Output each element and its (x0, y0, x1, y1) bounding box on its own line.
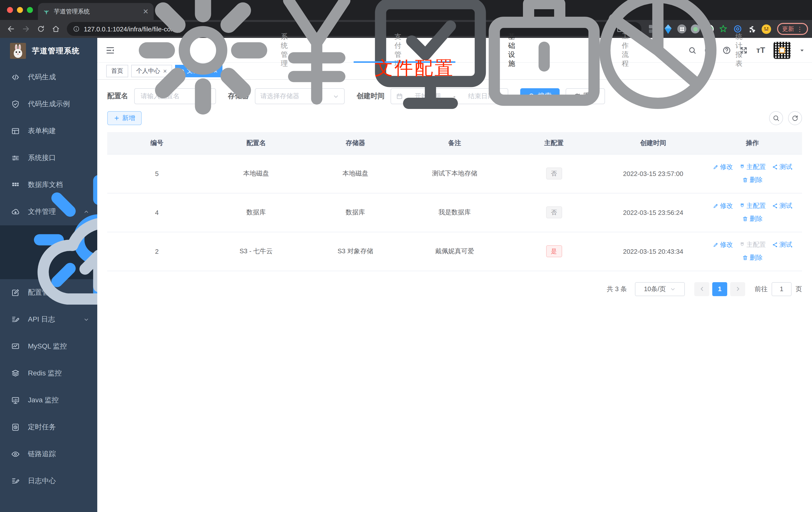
pagination: 共 3 条 10条/页 1 前往 1 页 (107, 282, 802, 296)
magnet-icon (739, 164, 745, 170)
sidebar-item-label: 定时任务 (28, 423, 56, 432)
sidebar-item-12[interactable]: 链路追踪 (0, 441, 97, 468)
cell-storage: 本地磁盘 (306, 154, 405, 193)
cell-created: 2022-03-15 20:43:34 (604, 232, 703, 271)
master-tag: 否 (546, 168, 562, 179)
sidebar-item-1[interactable]: 代码生成示例 (0, 91, 97, 118)
layers-icon (11, 369, 20, 378)
cell-created: 2022-03-15 23:57:00 (604, 154, 703, 193)
op-test-link[interactable]: 测试 (772, 202, 792, 210)
refresh-table-button[interactable] (788, 111, 802, 125)
stats-icon (583, 0, 732, 125)
sidebar-item-2[interactable]: 表单构建 (0, 118, 97, 145)
favicon-plant-icon (43, 8, 50, 15)
share-icon (772, 164, 778, 170)
browser-menu-icon[interactable]: ⋮ (796, 25, 803, 33)
column-header-0: 编号 (107, 132, 206, 154)
pencil-icon (713, 203, 719, 209)
op-del-link[interactable]: 删除 (742, 253, 763, 262)
op-master-link[interactable]: 主配置 (739, 240, 766, 249)
goto-page-input[interactable]: 1 (772, 282, 791, 296)
cell-name: 本地磁盘 (206, 154, 306, 193)
op-edit-link[interactable]: 修改 (713, 162, 733, 172)
column-header-1: 配置名 (206, 132, 306, 154)
cell-ops: 修改主配置测试删除 (703, 193, 802, 232)
master-tag: 是 (546, 245, 562, 257)
op-test-link[interactable]: 测试 (772, 240, 792, 249)
sidebar-item-label: Redis 监控 (28, 369, 62, 378)
browser-update-button[interactable]: 更新 ⋮ (777, 23, 808, 35)
window-controls[interactable] (7, 7, 33, 13)
op-del-link[interactable]: 删除 (742, 214, 763, 223)
op-del-link[interactable]: 删除 (742, 176, 763, 184)
page-number-1[interactable]: 1 (712, 282, 727, 296)
app-logo[interactable]: 芋道管理系统 (0, 38, 97, 64)
menu-fold-icon[interactable] (105, 45, 115, 55)
config-name-label: 配置名 (107, 92, 128, 101)
back-button[interactable] (4, 22, 18, 36)
cell-remark: 戴佩妮真可爱 (405, 232, 504, 271)
extension-puzzle-icon[interactable] (747, 24, 757, 34)
cell-id: 2 (107, 232, 206, 271)
op-master-link[interactable]: 主配置 (739, 162, 766, 172)
sidebar-subitem-5-1[interactable]: 文件列表 (0, 252, 97, 277)
page-size-select[interactable]: 10条/页 (635, 282, 685, 296)
goto-label: 前往 (755, 284, 767, 293)
user-avatar[interactable] (774, 42, 790, 59)
extension-emoji-icon[interactable] (762, 24, 771, 34)
topnav-item-1[interactable]: 支付管理 (241, 38, 341, 63)
total-count: 共 3 条 (607, 284, 627, 293)
sidebar-item-label: MySQL 监控 (28, 342, 67, 351)
update-label: 更新 (782, 25, 794, 33)
reload-button[interactable] (34, 22, 48, 36)
monitor-icon (11, 396, 20, 405)
op-edit-link[interactable]: 修改 (713, 240, 733, 249)
font-size-icon[interactable]: тT (756, 46, 765, 54)
sidebar-item-10[interactable]: Java 监控 (0, 387, 97, 414)
close-window-button[interactable] (7, 7, 13, 13)
sidebar-item-label: 日志中心 (28, 477, 56, 486)
zoom-window-button[interactable] (27, 7, 33, 13)
cell-ops: 修改主配置测试删除 (703, 154, 802, 193)
chart-icon (11, 342, 20, 351)
forward-button[interactable] (19, 22, 33, 36)
share-icon (772, 242, 778, 248)
avatar-caret-icon[interactable] (799, 47, 805, 53)
logo-avatar (10, 43, 26, 59)
column-header-3: 备注 (405, 132, 504, 154)
share-icon (772, 203, 778, 209)
cell-master: 否 (504, 193, 604, 232)
sliders-icon (11, 154, 20, 162)
op-test-link[interactable]: 测试 (772, 162, 792, 172)
cell-name: S3 - 七牛云 (206, 232, 306, 271)
sidebar-item-label: 配置管理 (28, 288, 56, 297)
top-navbar: 系统管理支付管理基础设施工作流程统计报表 тT (97, 38, 812, 63)
op-master-link[interactable]: 主配置 (739, 202, 766, 210)
toggle-search-button[interactable] (769, 111, 783, 125)
table-row: 2S3 - 七牛云S3 对象存储戴佩妮真可爱是2022-03-15 20:43:… (107, 232, 802, 271)
sidebar-item-label: 代码生成 (28, 73, 56, 82)
form-icon (11, 127, 20, 135)
site-info-icon[interactable] (73, 25, 80, 32)
op-edit-link[interactable]: 修改 (713, 202, 733, 210)
tag-0[interactable]: 首页 (106, 65, 128, 77)
sidebar-item-label: 表单构建 (28, 127, 56, 135)
prev-page-button[interactable] (694, 282, 709, 296)
page-unit-label: 页 (795, 284, 802, 293)
sidebar-item-9[interactable]: Redis 监控 (0, 360, 97, 387)
sidebar-item-0[interactable]: 代码生成 (0, 64, 97, 91)
next-page-button[interactable] (730, 282, 745, 296)
topnav-item-3[interactable]: 工作流程 (468, 38, 568, 63)
minimize-window-button[interactable] (17, 7, 23, 13)
home-button[interactable] (49, 22, 63, 36)
tag-label: 首页 (111, 67, 123, 75)
trash-icon (742, 177, 748, 183)
topnav-item-0[interactable]: 系统管理 (127, 38, 227, 63)
sidebar-item-11[interactable]: 定时任务 (0, 414, 97, 441)
magnet-icon (739, 242, 745, 248)
shield-icon (11, 100, 20, 109)
magnet-icon (739, 203, 745, 209)
sidebar-item-13[interactable]: 日志中心 (0, 468, 97, 494)
pencil-icon (713, 242, 719, 248)
topnav-item-4[interactable]: 统计报表 (582, 38, 682, 63)
